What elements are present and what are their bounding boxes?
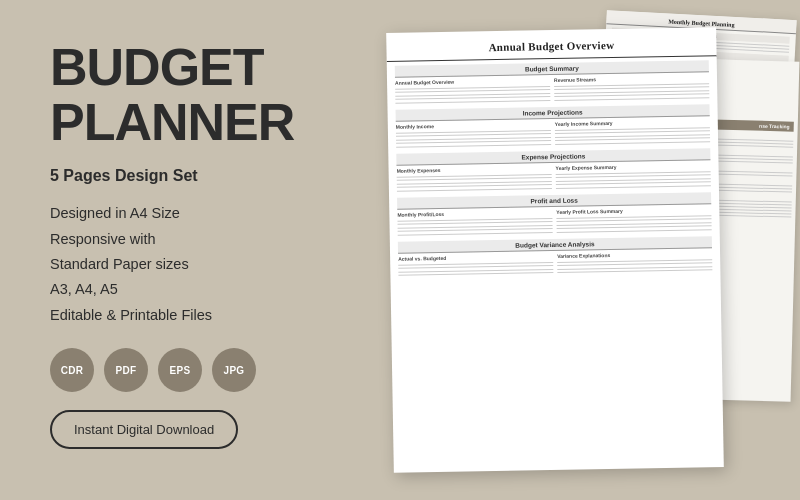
section-profit-loss: Profit and Loss Monthly Profit/Loss Year… xyxy=(397,192,712,237)
feature-4: A3, A4, A5 xyxy=(50,277,340,302)
title-line1: BUDGET xyxy=(50,40,340,95)
badge-cdr: CDR xyxy=(50,348,94,392)
feature-1: Designed in A4 Size xyxy=(50,201,340,226)
badge-jpg: JPG xyxy=(212,348,256,392)
feature-2: Responsive with xyxy=(50,227,340,252)
section-income-projections: Income Projections Monthly Income Yearly… xyxy=(396,104,711,149)
subtitle: 5 Pages Design Set xyxy=(50,167,340,185)
doc-front: Annual Budget Overview Budget Summary An… xyxy=(386,27,724,473)
badge-pdf: PDF xyxy=(104,348,148,392)
section-variance-analysis: Budget Variance Analysis Actual vs. Budg… xyxy=(398,236,713,278)
doc-front-title: Annual Budget Overview xyxy=(386,27,716,62)
feature-5: Editable & Printable Files xyxy=(50,303,340,328)
features-list: Designed in A4 Size Responsive with Stan… xyxy=(50,201,340,328)
title-line2: PLANNER xyxy=(50,95,340,150)
download-button[interactable]: Instant Digital Download xyxy=(50,410,238,449)
section-expense-projections: Expense Projections Monthly Expenses Yea… xyxy=(396,148,711,193)
title-block: BUDGET PLANNER xyxy=(50,40,340,149)
right-panel: Monthly Budget Planning Income Details F… xyxy=(380,0,800,500)
badge-eps: EPS xyxy=(158,348,202,392)
feature-3: Standard Paper sizes xyxy=(50,252,340,277)
left-panel: BUDGET PLANNER 5 Pages Design Set Design… xyxy=(0,0,380,500)
badges-row: CDR PDF EPS JPG xyxy=(50,348,340,392)
section-budget-summary: Budget Summary Annual Budget Overview Re… xyxy=(395,60,710,105)
